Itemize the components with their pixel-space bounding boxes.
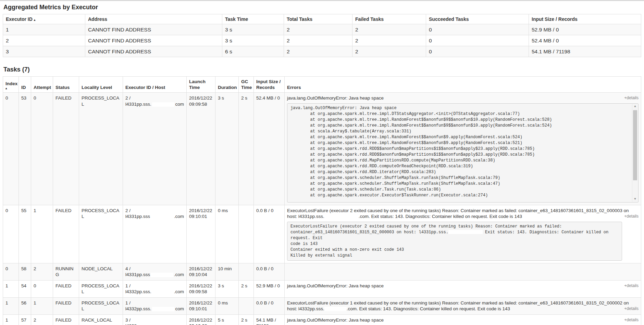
redacted-text (324, 214, 359, 219)
task-cell-duration: 10 min (215, 263, 239, 280)
executor-col-header-input-size-records[interactable]: Input Size / Records (529, 14, 641, 24)
details-toggle[interactable]: +details (624, 213, 639, 219)
task-row: 0530FAILEDPROCESS_LOCAL2 /l4331pp.sss.co… (3, 93, 641, 205)
scroll-up-icon[interactable]: ▲ (632, 104, 638, 109)
task-cell-index: 0 (3, 263, 19, 280)
executor-col-header-succeeded-tasks[interactable]: Succeeded Tasks (426, 14, 529, 24)
executor-col-header-executor-id[interactable]: Executor ID▴ (3, 14, 85, 24)
executor-cell: 54.1 MB / 71198 (529, 46, 641, 57)
tasks-col-header-gc-time[interactable]: GC Time (239, 77, 254, 93)
details-toggle[interactable]: +details (624, 283, 639, 288)
executor-col-header-total-tasks[interactable]: Total Tasks (284, 14, 352, 24)
error-summary: java.lang.OutOfMemoryError: Java heap sp… (287, 283, 384, 288)
executor-cell: 3 s (222, 24, 284, 35)
host-prefix: l4328pp.sss. (125, 323, 151, 325)
tasks-col-header-duration[interactable]: Duration (215, 77, 239, 93)
tasks-col-header-executor-id-host[interactable]: Executor ID / Host (123, 77, 187, 93)
error-summary: ExecutorLostFailure (executor 1 exited c… (287, 300, 629, 312)
task-cell-input: 0.0 B / 0 (254, 297, 285, 314)
scrollbar-thumb[interactable] (633, 110, 637, 180)
task-cell-index: 0 (3, 205, 19, 263)
task-cell-input: 0.0 B / 0 (254, 263, 285, 280)
task-cell-duration: 3 s (215, 280, 239, 297)
task-cell-attempt: 1 (31, 297, 53, 314)
host-name-line: l4328pp.sss..com (125, 323, 184, 325)
task-cell-attempt: 2 (31, 263, 53, 280)
tasks-col-header-attempt[interactable]: Attempt (31, 77, 53, 93)
scroll-down-icon[interactable]: ▼ (632, 197, 638, 202)
executor-cell: 6 s (222, 46, 284, 57)
tasks-col-header-errors[interactable]: Errors (285, 77, 641, 93)
task-cell-status: FAILED (53, 297, 79, 314)
details-toggle[interactable]: +details (624, 317, 639, 323)
task-cell-id: 56 (19, 297, 31, 314)
host-prefix: l4332pp.sss. (125, 289, 151, 295)
executor-metrics-table: Executor ID▴AddressTask TimeTotal TasksF… (3, 14, 641, 57)
executor-cell: 2 (284, 24, 352, 35)
task-cell-input: 52.9 MB / 0 (254, 280, 285, 297)
executor-id-text: 1 / (125, 300, 184, 306)
executor-cell: 0 (426, 35, 529, 46)
executor-cell: 2 (352, 24, 426, 35)
executor-cell: CANNOT FIND ADDRESS (85, 24, 222, 35)
task-cell-executor-host: 2 /l4331pp.sss.com (123, 205, 187, 263)
task-cell-launch: 2016/12/22 09:10:01 (187, 205, 215, 263)
tasks-title: Tasks (7) (3, 66, 641, 73)
details-toggle[interactable]: +details (624, 306, 639, 311)
executor-table-row: 1CANNOT FIND ADDRESS3 s22052.9 MB / 0 (3, 24, 641, 35)
host-prefix: l4332pp.sss. (125, 306, 151, 312)
task-cell-errors: java.lang.OutOfMemoryError: Java heap sp… (285, 314, 641, 325)
executor-col-header-address[interactable]: Address (85, 14, 222, 24)
host-suffix: .com (174, 272, 184, 278)
executor-col-header-failed-tasks[interactable]: Failed Tasks (352, 14, 426, 24)
task-cell-attempt: 2 (31, 314, 53, 325)
task-cell-errors: ExecutorLostFailure (executor 1 exited c… (285, 297, 641, 314)
task-cell-gc (239, 205, 254, 263)
executor-metrics-title: Aggregated Metrics by Executor (3, 4, 641, 11)
redacted-host-segment (152, 307, 175, 311)
details-scrollbar[interactable]: ▲▼ (632, 104, 638, 202)
task-cell-locality: PROCESS_LOCAL (79, 297, 123, 314)
task-cell-duration: 5 s (215, 314, 239, 325)
tasks-col-header-id[interactable]: ID (19, 77, 31, 93)
host-name-line: l4332pp.sss.com (125, 306, 184, 312)
host-name-line: l4332pp.sss..com (125, 289, 184, 295)
executor-table-header-row: Executor ID▴AddressTask TimeTotal TasksF… (3, 14, 641, 24)
task-cell-id: 54 (19, 280, 31, 297)
task-row: 0582RUNNINGNODE_LOCAL4 /l4331pp.sss.com2… (3, 263, 641, 280)
executor-cell: 0 (426, 46, 529, 57)
host-suffix: .com (174, 289, 184, 295)
executor-id-text: 4 / (125, 266, 184, 272)
tasks-col-header-status[interactable]: Status (53, 77, 79, 93)
sort-asc-icon: ▴ (5, 87, 16, 90)
task-row: 1572FAILEDRACK_LOCAL3 /l4328pp.sss..com2… (3, 314, 641, 325)
task-cell-duration: 3 s (215, 93, 239, 205)
tasks-col-header-input-size-records[interactable]: Input Size / Records (254, 77, 285, 93)
task-cell-launch: 2016/12/22 09:10:04 (187, 263, 215, 280)
executor-cell: 52.4 MB / 0 (529, 35, 641, 46)
task-cell-locality: RACK_LOCAL (79, 314, 123, 325)
tasks-col-header-launch-time[interactable]: Launch Time (187, 77, 215, 93)
redacted-host-segment (152, 102, 175, 107)
tasks-col-header-locality-level[interactable]: Locality Level (79, 77, 123, 93)
task-cell-locality: PROCESS_LOCAL (79, 205, 123, 263)
host-prefix: l4331pp.sss (125, 213, 150, 220)
redacted-host-segment (151, 214, 173, 219)
task-cell-locality: PROCESS_LOCAL (79, 280, 123, 297)
task-cell-launch: 2016/12/22 09:09:58 (187, 93, 215, 205)
tasks-table-header-row: Index▴IDAttemptStatusLocality LevelExecu… (3, 77, 641, 93)
details-toggle[interactable]: +details (624, 95, 639, 101)
error-summary: ExecutorLostFailure (executor 2 exited c… (287, 208, 629, 219)
executor-col-header-task-time[interactable]: Task Time (222, 14, 284, 24)
error-details-box: ExecutorLostFailure (executor 2 exited c… (287, 222, 622, 261)
tasks-col-header-index[interactable]: Index▴ (3, 77, 19, 93)
task-cell-gc (239, 297, 254, 314)
task-cell-errors: ExecutorLostFailure (executor 2 exited c… (285, 205, 641, 263)
task-row: 1540FAILEDPROCESS_LOCAL1 /l4332pp.sss..c… (3, 280, 641, 297)
host-suffix: com (175, 101, 184, 107)
task-cell-input: 52.4 MB / 0 (254, 93, 285, 205)
task-cell-executor-host: 1 /l4332pp.sss..com (123, 280, 187, 297)
executor-cell: 3 s (222, 35, 284, 46)
executor-table-row: 3CANNOT FIND ADDRESS6 s22054.1 MB / 7119… (3, 46, 641, 57)
task-cell-attempt: 0 (31, 93, 53, 205)
